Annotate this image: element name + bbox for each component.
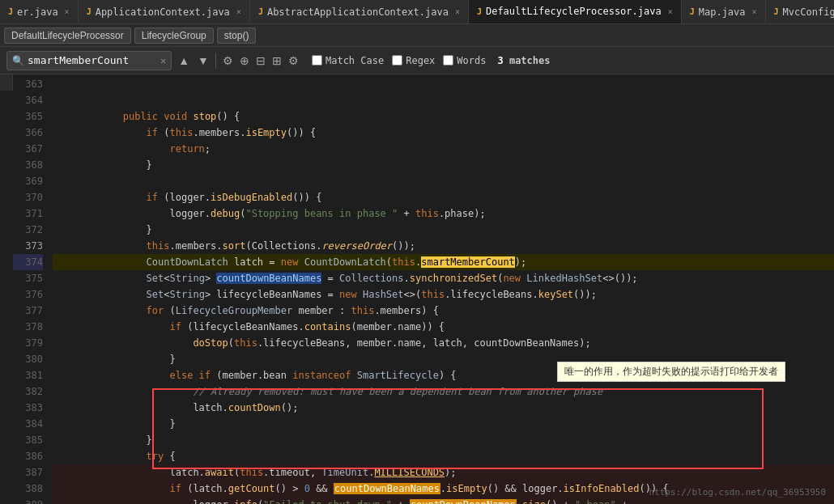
match-case-option[interactable]: Match Case xyxy=(312,55,384,66)
search-split-btn[interactable]: ⊟ xyxy=(254,53,267,69)
tab-mvc-config[interactable]: J MvcConfig.java × xyxy=(766,0,834,24)
search-divider xyxy=(215,53,216,69)
clear-search-icon[interactable]: ✕ xyxy=(160,55,166,66)
search-settings-btn[interactable]: ⚙ xyxy=(221,53,235,69)
editor-area: 363 364 365 366 367 368 369 370 371 372 … xyxy=(0,74,834,504)
code-content[interactable]: public void stop() { if (this.members.is… xyxy=(49,74,834,504)
regex-checkbox[interactable] xyxy=(392,55,402,66)
search-options: Match Case Regex Words xyxy=(312,55,487,66)
java-icon: J xyxy=(477,7,482,16)
match-case-checkbox[interactable] xyxy=(312,55,322,66)
tab-bar: J er.java × J ApplicationContext.java × … xyxy=(0,0,834,24)
tab-er-java[interactable]: J er.java × xyxy=(0,0,79,24)
tab-close-btn[interactable]: × xyxy=(65,7,70,16)
search-input-wrapper: 🔍 ✕ xyxy=(6,51,172,70)
search-expand-btn[interactable]: ⊞ xyxy=(270,53,283,69)
words-checkbox[interactable] xyxy=(443,55,453,66)
tab-close-btn[interactable]: × xyxy=(236,7,241,16)
tab-close-btn[interactable]: × xyxy=(668,7,673,16)
java-icon: J xyxy=(87,7,91,16)
tab-map-java[interactable]: J Map.java × xyxy=(682,0,766,24)
code-line-364: public void stop() { xyxy=(53,92,834,108)
code-line-372: this.members.sort(Collections.reverseOrd… xyxy=(53,222,834,238)
breadcrumb-group[interactable]: LifecycleGroup xyxy=(134,28,214,44)
search-magnifier-icon: 🔍 xyxy=(12,55,24,66)
breadcrumb-class[interactable]: DefaultLifecycleProcessor xyxy=(4,28,131,44)
next-match-btn[interactable]: ▼ xyxy=(196,54,211,67)
tab-close-btn[interactable]: × xyxy=(455,7,460,16)
tab-application-context[interactable]: J ApplicationContext.java × xyxy=(79,0,250,24)
url-watermark: https://blog.csdn.net/qq_36953950 xyxy=(649,487,826,498)
regex-option[interactable]: Regex xyxy=(392,55,435,66)
left-indicators xyxy=(0,74,13,504)
search-bar: 🔍 ✕ ▲ ▼ ⚙ ⊕ ⊟ ⊞ ⚙ Match Case Regex Wo xyxy=(0,47,834,74)
java-icon: J xyxy=(690,7,695,16)
words-option[interactable]: Words xyxy=(443,55,486,66)
code-line-385: try { xyxy=(53,432,834,448)
tab-close-btn[interactable]: × xyxy=(752,7,757,16)
search-gear-btn[interactable]: ⚙ xyxy=(287,53,300,69)
line-numbers: 363 364 365 366 367 368 369 370 371 372 … xyxy=(13,74,49,504)
method-bar: DefaultLifecycleProcessor LifecycleGroup… xyxy=(0,24,834,47)
app-window: J er.java × J ApplicationContext.java × … xyxy=(0,0,834,504)
java-icon: J xyxy=(258,7,263,16)
tab-default-lifecycle[interactable]: J DefaultLifecycleProcessor.java × xyxy=(469,0,682,24)
java-icon: J xyxy=(774,7,779,16)
search-actions: ⚙ ⊕ ⊟ ⊞ ⚙ xyxy=(221,53,300,69)
search-input[interactable] xyxy=(28,54,157,66)
code-line-363 xyxy=(53,76,834,92)
java-icon: J xyxy=(8,7,13,16)
prev-match-btn[interactable]: ▲ xyxy=(177,54,191,67)
breadcrumb-method[interactable]: stop() xyxy=(217,28,257,44)
tab-abstract-context[interactable]: J AbstractApplicationContext.java × xyxy=(250,0,469,24)
search-add-btn[interactable]: ⊕ xyxy=(238,53,251,69)
code-line-368 xyxy=(53,157,834,173)
code-line-369: if (logger.isDebugEnabled()) { xyxy=(53,173,834,189)
match-count: 3 matches xyxy=(497,55,550,66)
